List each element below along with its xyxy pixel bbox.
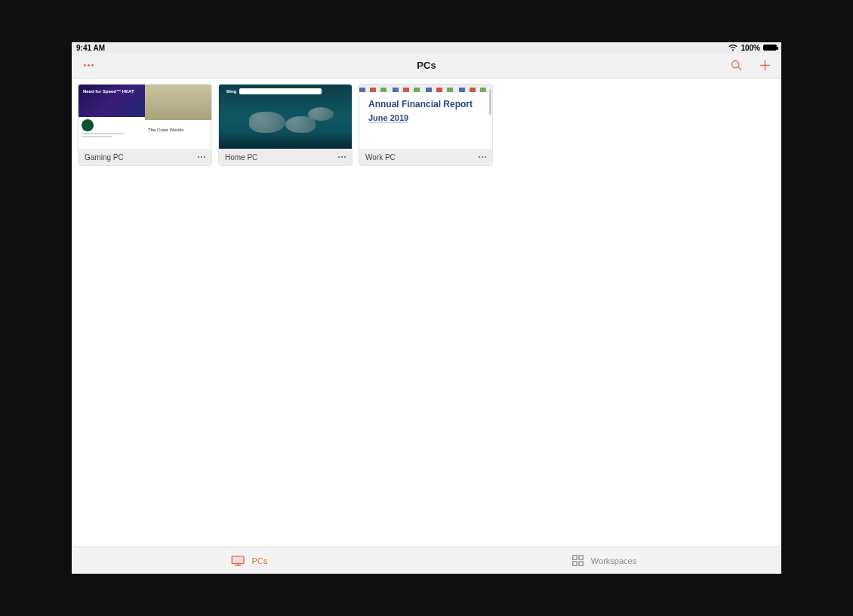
pc-thumbnail: Need for Speed™ HEAT The Outer Worlds — [79, 85, 211, 149]
thumb-doc-subtitle: June 2019 — [368, 113, 408, 123]
pc-thumbnail: Annual Financial Report June 2019 — [359, 85, 492, 149]
search-icon — [730, 59, 743, 72]
ellipsis-icon — [84, 64, 94, 66]
page-title: PCs — [72, 60, 781, 71]
tab-label: PCs — [252, 556, 268, 565]
add-button[interactable] — [757, 58, 772, 73]
search-button[interactable] — [728, 58, 744, 73]
tab-label: Workspaces — [591, 556, 636, 565]
thumb-game-title-1: Need for Speed™ HEAT — [83, 89, 134, 94]
pc-name: Gaming PC — [85, 153, 124, 162]
status-time: 9:41 AM — [76, 44, 105, 52]
wifi-icon — [728, 45, 738, 51]
pc-card-work[interactable]: Annual Financial Report June 2019 Work P… — [359, 84, 493, 166]
pc-options-button[interactable] — [479, 156, 487, 159]
thumb-game-title-2: The Outer Worlds — [148, 128, 183, 132]
grid-icon — [571, 554, 585, 568]
pc-options-button[interactable] — [198, 156, 206, 159]
svg-line-1 — [738, 67, 741, 70]
pc-card-gaming[interactable]: Need for Speed™ HEAT The Outer Worlds Ga… — [78, 84, 212, 166]
pc-card-footer: Gaming PC — [79, 149, 211, 165]
monitor-icon — [231, 556, 246, 566]
pc-card-footer: Home PC — [219, 149, 352, 165]
tab-workspaces[interactable]: Workspaces — [426, 547, 781, 574]
thumb-doc-title: Annual Financial Report — [368, 100, 483, 110]
svg-rect-10 — [573, 561, 577, 565]
pc-name: Home PC — [225, 153, 257, 162]
pc-grid: Need for Speed™ HEAT The Outer Worlds Ga… — [72, 79, 781, 547]
svg-rect-5 — [232, 556, 244, 563]
svg-rect-9 — [579, 555, 583, 559]
svg-rect-11 — [579, 561, 583, 565]
status-bar: 9:41 AM 100% — [72, 42, 781, 53]
pc-name: Work PC — [365, 153, 396, 162]
svg-point-0 — [731, 61, 738, 68]
pc-options-button[interactable] — [338, 156, 346, 159]
app-window: 9:41 AM 100% PCs — [72, 42, 781, 574]
thumb-bing-logo: Bing — [226, 89, 236, 94]
pc-card-home[interactable]: Bing Home PC — [218, 84, 353, 166]
tab-bar: PCs Workspaces — [72, 547, 781, 574]
svg-rect-8 — [573, 555, 577, 559]
tab-pcs[interactable]: PCs — [72, 547, 426, 574]
status-battery-pct: 100% — [741, 44, 760, 52]
pc-thumbnail: Bing — [219, 85, 352, 149]
pc-card-footer: Work PC — [359, 149, 492, 165]
battery-icon — [763, 45, 777, 51]
more-menu-button[interactable] — [81, 58, 96, 73]
navbar: PCs — [72, 53, 781, 79]
plus-icon — [759, 59, 771, 72]
